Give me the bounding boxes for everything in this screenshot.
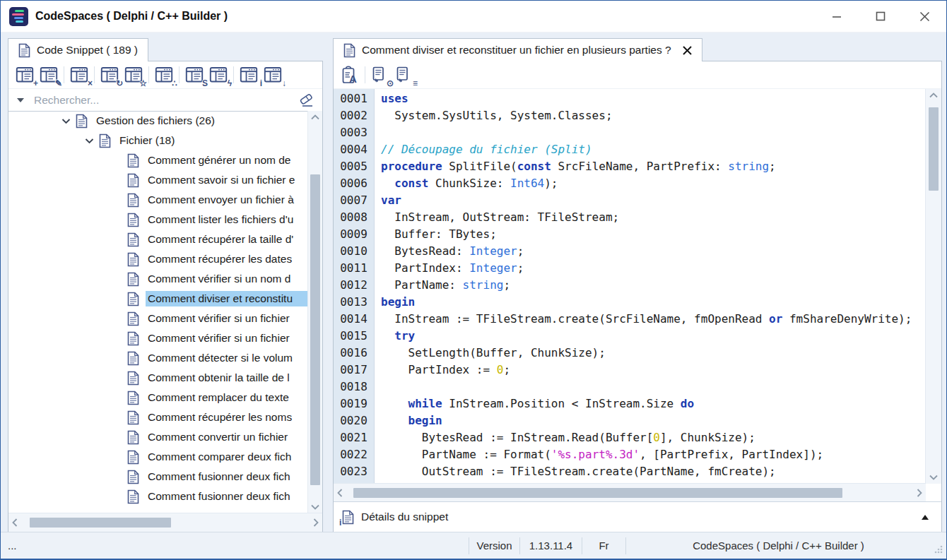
toolbar-separator: [64, 66, 64, 83]
code-text: var: [374, 192, 401, 209]
tree-item[interactable]: Comment fusionner deux fich: [8, 487, 308, 506]
document-icon: [99, 133, 111, 148]
code-line: 0016 SetLength(Buffer, ChunkSize);: [334, 345, 926, 362]
tree-vertical-scrollbar[interactable]: [307, 111, 322, 513]
tree-item[interactable]: Comment récupérer les noms: [8, 407, 308, 427]
tree-item[interactable]: Comment diviser et reconstitu: [8, 289, 308, 309]
code-text: InStream, OutStream: TFileStream;: [374, 209, 619, 226]
tree-item-label: Comment savoir si un fichier e: [146, 172, 308, 188]
tree-item[interactable]: Comment savoir si un fichier e: [8, 170, 308, 190]
scroll-left-icon[interactable]: [334, 485, 346, 501]
code-editor[interactable]: 0001uses0002 System.SysUtils, System.Cla…: [334, 89, 926, 484]
code-horizontal-scrollbar[interactable]: [334, 483, 926, 502]
tree-item[interactable]: Comment lister les fichiers d'u: [8, 210, 308, 230]
favorite-snippet-button[interactable]: ☆: [122, 64, 146, 85]
scroll-right-icon[interactable]: [310, 515, 322, 530]
copy-snippet-button[interactable]: ≡: [392, 64, 416, 85]
expand-up-icon[interactable]: [922, 515, 929, 520]
document-icon: [18, 43, 30, 58]
scrollbar-thumb[interactable]: [30, 518, 171, 528]
tree-item[interactable]: Comment convertir un fichier: [8, 427, 308, 447]
window-title: CodeSpaces ( Delphi / C++ Builder ): [35, 10, 228, 23]
download-snippet-button-badge-icon: ↓: [282, 78, 286, 88]
refresh-snippet-button[interactable]: ↻: [98, 64, 122, 85]
scroll-left-icon[interactable]: [8, 515, 21, 530]
resize-grip[interactable]: [932, 543, 943, 554]
toolbar-separator: [94, 66, 95, 83]
share-snippet-button[interactable]: ∴: [152, 64, 176, 85]
scroll-up-icon[interactable]: [926, 89, 941, 102]
edit-snippet-button[interactable]: ✎: [37, 64, 61, 85]
format-font-button[interactable]: A: [338, 64, 362, 85]
line-number: 0002: [334, 107, 374, 124]
add-snippet-button[interactable]: +: [13, 64, 37, 85]
line-number: 0018: [334, 379, 374, 395]
tree-item-label: Comment vérifier si un fichier: [146, 311, 308, 326]
code-line: 0018: [334, 379, 926, 395]
tree-item[interactable]: Comment comparer deux fich: [8, 447, 308, 467]
close-button[interactable]: [902, 1, 946, 32]
maximize-button[interactable]: [859, 1, 902, 32]
scrollbar-thumb[interactable]: [929, 107, 939, 191]
code-text: System.SysUtils, System.Classes;: [374, 107, 613, 124]
search-input[interactable]: [33, 93, 293, 107]
tree-item[interactable]: Comment vérifier si un nom d: [8, 269, 308, 289]
minimize-button[interactable]: [815, 1, 859, 32]
download-snippet-button[interactable]: ↓: [261, 64, 285, 85]
code-line: 0013begin: [334, 294, 926, 311]
info-snippet-button[interactable]: i: [237, 64, 261, 85]
code-vertical-scrollbar[interactable]: [925, 89, 941, 484]
tree-item[interactable]: Comment remplacer du texte: [8, 388, 308, 407]
tree-item[interactable]: Comment envoyer un fichier à: [8, 190, 308, 210]
chevron-down-icon[interactable]: [61, 118, 71, 124]
snippet-tree: Gestion des fichiers (26) Fichier (18) C…: [8, 111, 308, 513]
close-tab-button[interactable]: [683, 46, 692, 55]
tree-item-label: Comment récupérer la taille d': [146, 232, 308, 247]
tab-code-snippet[interactable]: Code Snippet ( 189 ): [8, 38, 148, 61]
document-icon: [127, 351, 139, 366]
tree-item[interactable]: Comment récupérer la taille d': [8, 230, 308, 249]
tree-item[interactable]: Comment vérifier si un fichier: [8, 328, 308, 348]
tree-item-label: Fichier (18): [117, 133, 308, 148]
code-line: 0006 const ChunkSize: Int64);: [334, 175, 926, 192]
scroll-down-icon[interactable]: [926, 471, 941, 484]
code-text: uses: [374, 90, 408, 107]
tree-folder[interactable]: Gestion des fichiers (26): [8, 111, 308, 131]
script-snippet-button[interactable]: S: [182, 64, 206, 85]
line-number: 0011: [334, 260, 374, 277]
tree-folder[interactable]: Fichier (18): [8, 131, 308, 150]
tree-item-label: Comment fusionner deux fich: [146, 469, 308, 484]
share-snippet-button-badge-icon: ∴: [172, 78, 177, 88]
tree-item[interactable]: Comment récupérer les dates: [8, 249, 308, 269]
tree-item[interactable]: Comment générer un nom de: [8, 150, 308, 170]
tree-item[interactable]: Comment fusionner deux fich: [8, 467, 308, 487]
scrollbar-thumb[interactable]: [353, 488, 842, 498]
search-dropdown-icon[interactable]: [17, 98, 24, 102]
chevron-down-icon[interactable]: [85, 138, 94, 144]
scroll-down-icon[interactable]: [307, 501, 323, 513]
export-snippet-button[interactable]: ⊙: [368, 64, 392, 85]
code-text: PartIndex := 0;: [374, 362, 510, 379]
tree-item[interactable]: Comment obtenir la taille de l: [8, 368, 308, 388]
snippet-details-label: Détails du snippet: [361, 511, 448, 523]
tree-item[interactable]: Comment détecter si le volum: [8, 348, 308, 368]
line-number: 0013: [334, 294, 374, 311]
line-number: 0009: [334, 226, 374, 243]
run-snippet-button[interactable]: ϟ: [206, 64, 230, 85]
line-number: 0001: [334, 90, 374, 107]
scroll-up-icon[interactable]: [307, 111, 323, 124]
clear-search-icon[interactable]: [298, 93, 314, 107]
tree-horizontal-scrollbar[interactable]: [8, 513, 322, 532]
scroll-right-icon[interactable]: [913, 485, 926, 501]
code-text: begin: [374, 412, 442, 429]
code-line: 0008 InStream, OutStream: TFileStream;: [334, 209, 926, 226]
document-icon: [127, 213, 139, 227]
tab-open-snippet[interactable]: Comment diviser et reconstituer un fichi…: [333, 38, 702, 61]
svg-text:A: A: [349, 73, 357, 85]
delete-snippet-button[interactable]: ×: [67, 64, 91, 85]
snippet-details-expander[interactable]: i Détails du snippet: [334, 501, 941, 532]
tree-item-label: Comment convertir un fichier: [146, 429, 308, 445]
scrollbar-thumb[interactable]: [310, 174, 320, 485]
document-icon: [127, 232, 139, 247]
tree-item[interactable]: Comment vérifier si un fichier: [8, 309, 308, 328]
